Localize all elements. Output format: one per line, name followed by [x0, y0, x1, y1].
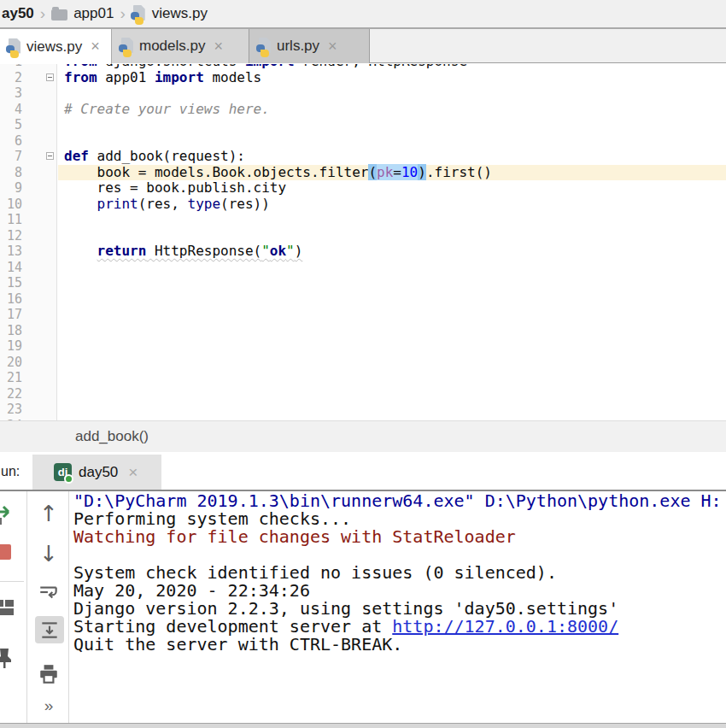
line-number: 11 [0, 212, 22, 228]
code-text [58, 260, 726, 276]
line-number: 16 [0, 291, 22, 308]
code-line: 23 [0, 402, 726, 418]
chevron-right-icon: › [40, 5, 45, 21]
run-toolbar-right: ↑ ↓ » [28, 491, 69, 723]
run-panel-header: un: dj day50 × [0, 452, 726, 491]
console-line: Quit the server with CTRL-BREAK. [73, 636, 726, 654]
console-line: Starting development server at http://12… [73, 618, 726, 636]
console-line [73, 546, 726, 564]
pin-icon[interactable] [0, 647, 16, 669]
run-panel-label: un: [1, 464, 20, 479]
line-number: 6 [0, 133, 22, 150]
soft-wrap-icon[interactable] [35, 580, 62, 604]
close-icon[interactable]: × [328, 38, 337, 56]
rerun-icon[interactable] [0, 504, 16, 526]
status-bar [0, 723, 726, 728]
code-text: # Create your views here. [58, 102, 726, 118]
tab-models.py[interactable]: models.py× [112, 29, 249, 63]
code-text [58, 323, 726, 339]
code-lines: 1from django.shortcuts import render, Ht… [0, 64, 726, 420]
tab-label: views.py [26, 38, 82, 56]
line-number: 2 [0, 70, 22, 86]
line-number: 14 [0, 260, 22, 276]
code-editor[interactable]: 1from django.shortcuts import render, Ht… [0, 64, 726, 420]
tab-views.py[interactable]: views.py× [0, 29, 112, 64]
code-line: 6 [0, 133, 726, 150]
tab-label: urls.py [277, 38, 319, 55]
line-number: 3 [0, 85, 22, 102]
line-number: 20 [0, 355, 22, 371]
code-line: 5 [0, 117, 726, 133]
server-url-link[interactable]: http://127.0.0.1:8000/ [392, 616, 618, 637]
python-file-icon [257, 38, 272, 55]
breadcrumb-project[interactable]: ay50 [2, 5, 34, 22]
current-line: book = models.Book.objects.filter(pk=10)… [58, 165, 726, 181]
fold-marker-icon[interactable] [46, 152, 54, 160]
folder-icon [51, 9, 67, 21]
code-text [58, 291, 726, 308]
breadcrumb-package[interactable]: app01 [73, 5, 114, 22]
editor-tab-strip: views.py×models.py×urls.py× [0, 29, 726, 63]
python-file-icon [132, 5, 146, 22]
code-text [58, 338, 726, 355]
code-line: 3 [0, 85, 726, 102]
pycharm-window: ay50 › app01 › views.py views.py×models.… [0, 0, 726, 728]
code-text [58, 402, 726, 418]
scroll-down-icon[interactable]: ↓ [35, 542, 62, 566]
scroll-to-end-icon[interactable] [35, 616, 64, 643]
code-text [58, 355, 726, 371]
more-icon[interactable]: » [35, 696, 62, 715]
console-output[interactable]: "D:\PyCharm 2019.1.3\bin\runnerw64.exe" … [73, 492, 726, 654]
close-icon[interactable]: × [214, 38, 223, 56]
scroll-up-icon[interactable]: ↑ [35, 502, 62, 525]
line-number: 5 [0, 117, 22, 133]
line-number: 23 [0, 402, 22, 418]
code-line: 7def add_book(request): [0, 149, 726, 165]
code-text: from app01 import models [58, 70, 726, 86]
code-line: 20 [0, 355, 726, 371]
code-line: 11 [0, 212, 726, 228]
line-number: 7 [0, 149, 22, 165]
line-number: 9 [0, 180, 22, 197]
code-line: 15 [0, 275, 726, 291]
django-run-config-icon: dj [54, 463, 72, 481]
code-line: 22 [0, 386, 726, 402]
print-icon[interactable] [35, 662, 62, 686]
console-line: May 20, 2020 - 22:34:26 [73, 582, 726, 600]
code-text: print(res, type(res)) [58, 197, 726, 213]
close-icon[interactable]: × [128, 463, 138, 482]
code-line: 13 return HttpResponse("ok") [0, 244, 726, 260]
scope-breadcrumb-bar: add_book() [0, 420, 726, 452]
python-file-icon [7, 38, 21, 56]
code-line: 16 [0, 291, 726, 308]
line-number: 12 [0, 228, 22, 244]
console-line: Performing system checks... [73, 510, 726, 528]
tab-label: models.py [139, 38, 205, 55]
restore-layout-icon[interactable] [0, 597, 16, 618]
code-text [58, 275, 726, 291]
line-number: 18 [0, 323, 22, 339]
close-icon[interactable]: × [91, 38, 100, 56]
code-line: 8 book = models.Book.objects.filter(pk=1… [0, 165, 726, 181]
code-text: def add_book(request): [58, 149, 726, 165]
line-number: 17 [0, 307, 22, 323]
breadcrumb-file[interactable]: views.py [152, 5, 208, 22]
code-text [58, 133, 726, 150]
run-tab-day50[interactable]: dj day50 × [32, 455, 161, 490]
code-line: 10 print(res, type(res)) [0, 197, 726, 213]
code-text [58, 307, 726, 323]
code-text [58, 386, 726, 402]
tab-urls.py[interactable]: urls.py× [249, 29, 370, 63]
code-line: 14 [0, 260, 726, 276]
line-number: 10 [0, 197, 22, 213]
line-number: 19 [0, 338, 22, 355]
scope-breadcrumb-item[interactable]: add_book() [75, 428, 149, 445]
code-text [58, 370, 726, 386]
fold-marker-icon[interactable] [46, 73, 54, 81]
line-number: 8 [0, 165, 22, 181]
run-tab-label: day50 [79, 464, 118, 481]
console-line: Django version 2.2.3, using settings 'da… [73, 600, 726, 618]
code-text: return HttpResponse("ok") [58, 244, 726, 260]
stop-icon[interactable] [0, 543, 14, 561]
code-line: 21 [0, 370, 726, 386]
